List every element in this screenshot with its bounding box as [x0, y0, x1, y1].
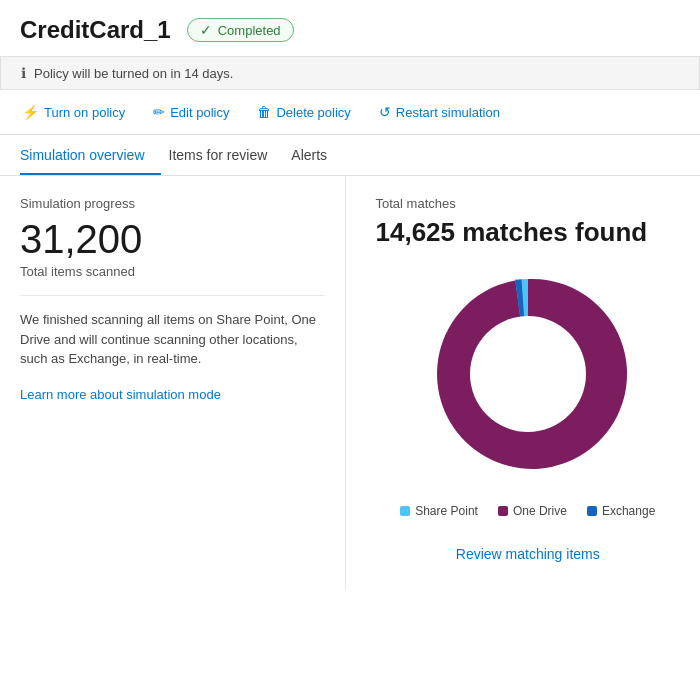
total-matches-label: Total matches	[376, 196, 681, 211]
donut-chart	[418, 264, 638, 484]
restart-label: Restart simulation	[396, 105, 500, 120]
onedrive-legend-label: One Drive	[513, 504, 567, 518]
page-title: CreditCard_1	[20, 16, 171, 44]
total-items-label: Total items scanned	[20, 264, 325, 279]
review-matching-items-link[interactable]: Review matching items	[376, 538, 681, 570]
info-icon: ℹ	[21, 65, 26, 81]
tab-alerts[interactable]: Alerts	[291, 135, 343, 175]
matches-found-number: 14,625 matches found	[376, 217, 681, 248]
turn-on-policy-button[interactable]: ⚡ Turn on policy	[20, 100, 127, 124]
completed-icon: ✓	[200, 22, 212, 38]
delete-label: Delete policy	[276, 105, 350, 120]
delete-policy-button[interactable]: 🗑 Delete policy	[255, 100, 352, 124]
exchange-legend-label: Exchange	[602, 504, 655, 518]
left-panel: Simulation progress 31,200 Total items s…	[0, 176, 346, 590]
status-badge: ✓ Completed	[187, 18, 294, 42]
edit-icon: ✏	[153, 104, 165, 120]
right-panel: Total matches 14,625 matches found	[346, 176, 701, 590]
onedrive-color-dot	[498, 506, 508, 516]
restart-icon: ↺	[379, 104, 391, 120]
scan-description: We finished scanning all items on Share …	[20, 295, 325, 369]
simulation-progress-label: Simulation progress	[20, 196, 325, 211]
donut-hole	[470, 316, 586, 432]
legend-item-sharepoint: Share Point	[400, 504, 478, 518]
edit-label: Edit policy	[170, 105, 229, 120]
tabs-container: Simulation overview Items for review Ale…	[0, 135, 700, 176]
sharepoint-legend-label: Share Point	[415, 504, 478, 518]
legend-item-exchange: Exchange	[587, 504, 655, 518]
page-header: CreditCard_1 ✓ Completed	[0, 0, 700, 56]
delete-icon: 🗑	[257, 104, 271, 120]
main-content: Simulation progress 31,200 Total items s…	[0, 176, 700, 590]
restart-simulation-button[interactable]: ↺ Restart simulation	[377, 100, 502, 124]
turn-on-label: Turn on policy	[44, 105, 125, 120]
learn-more-link[interactable]: Learn more about simulation mode	[20, 387, 221, 402]
tab-items-for-review[interactable]: Items for review	[169, 135, 284, 175]
sharepoint-color-dot	[400, 506, 410, 516]
status-label: Completed	[218, 23, 281, 38]
items-scanned-number: 31,200	[20, 217, 325, 262]
edit-policy-button[interactable]: ✏ Edit policy	[151, 100, 231, 124]
info-text: Policy will be turned on in 14 days.	[34, 66, 233, 81]
turn-on-icon: ⚡	[22, 104, 39, 120]
toolbar: ⚡ Turn on policy ✏ Edit policy 🗑 Delete …	[0, 90, 700, 135]
donut-svg	[418, 264, 638, 484]
legend-item-onedrive: One Drive	[498, 504, 567, 518]
info-bar: ℹ Policy will be turned on in 14 days.	[0, 56, 700, 90]
tab-simulation-overview[interactable]: Simulation overview	[20, 135, 161, 175]
chart-legend: Share Point One Drive Exchange	[376, 504, 681, 518]
exchange-color-dot	[587, 506, 597, 516]
